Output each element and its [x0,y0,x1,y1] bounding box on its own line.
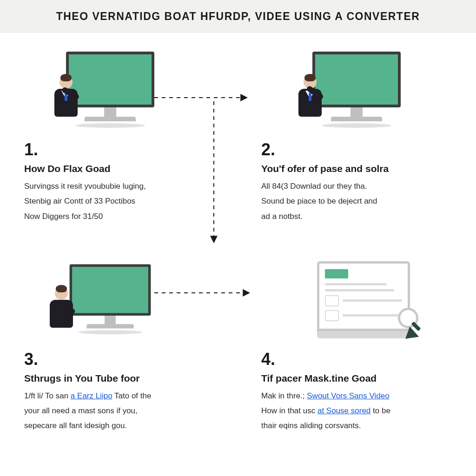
step-1-illustration [24,52,215,135]
step-3-number: 3. [24,350,215,369]
step-3-line1: 1/ft li/ To san a Earz Liipo Tato of the [24,389,215,403]
step-2: 2. You'f ofer of pase and solra All 84(3… [261,52,452,224]
step-2-line3: ad a notbst. [261,209,452,224]
step-4-number: 4. [261,350,452,369]
step-1-body: Survingss it resit yvoububie luging, Ste… [24,179,215,224]
step-4-line1: Mak in thre.; Swout Vors Sans Video [261,389,452,403]
page-title: THEO VERNATIDG BOAT HFURDP, VIDEE USING … [0,10,476,23]
step-4-line3: thair eqins aliding corsvants. [261,418,452,433]
step-1-line2: Stenbig air Contt of 33 Poctibos [24,194,215,209]
step-2-illustration [261,52,452,135]
step-2-line1: All 84(3 Downlad our they tha. [261,179,452,194]
step-2-heading: You'f ofer of pase and solra [261,163,452,174]
step-1-line1: Survingss it resit yvoububie luging, [24,179,215,194]
step-2-body: All 84(3 Downlad our they tha. Sound be … [261,179,452,224]
step-4-heading: Tif pacer Mask.tine Goad [261,373,452,384]
step-1: 1. How Do Flax Goad Survingss it resit y… [24,52,215,224]
step-3-body: 1/ft li/ To san a Earz Liipo Tato of the… [24,389,215,434]
person-icon [50,76,82,117]
title-bar: THEO VERNATIDG BOAT HFURDP, VIDEE USING … [0,0,476,33]
step-3-illustration [24,261,215,345]
monitor-icon [70,264,151,334]
step-3-line2: your all need a mast sons if you, [24,403,215,418]
step-1-line3: Now Diggers for 31/50 [24,209,215,224]
person-icon [294,76,326,117]
magnifier-icon [398,308,418,328]
step-4-body: Mak in thre.; Swout Vors Sans Video How … [261,389,452,434]
step-1-number: 1. [24,140,215,159]
step-2-number: 2. [261,140,452,159]
step-3-line3: sepecare all fant idesigh gou. [24,418,215,433]
wireframe-computer-icon [317,261,410,338]
step-3-heading: Sthrugs in You Tube foor [24,373,215,384]
step-4-link-2[interactable]: at Souse sored [317,406,370,415]
step-2-line2: Sound be piace to be dejecrt and [261,194,452,209]
person-icon [45,287,78,328]
step-1-heading: How Do Flax Goad [24,163,215,174]
step-4: 4. Tif pacer Mask.tine Goad Mak in thre.… [261,261,452,434]
step-4-line2: How in that usc at Souse sored to be [261,403,452,418]
step-3: 3. Sthrugs in You Tube foor 1/ft li/ To … [24,261,215,434]
step-3-link[interactable]: a Earz Liipo [71,391,112,400]
step-4-link-1[interactable]: Swout Vors Sans Video [307,391,389,400]
step-4-illustration [261,261,452,345]
